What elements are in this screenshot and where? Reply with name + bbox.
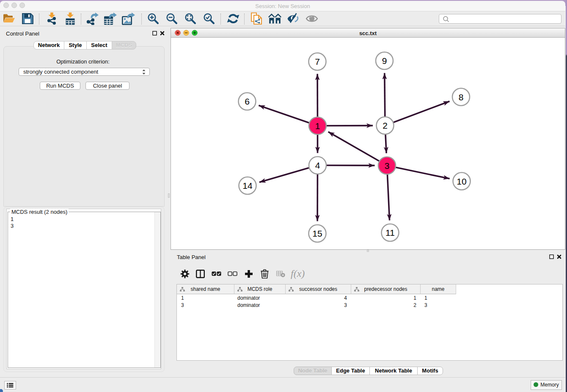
svg-text:14: 14 (242, 181, 253, 190)
svg-text:7: 7 (315, 57, 320, 66)
svg-text:10: 10 (457, 177, 466, 186)
svg-text:15: 15 (312, 229, 322, 238)
svg-text:8: 8 (459, 92, 464, 102)
svg-text:11: 11 (385, 228, 395, 237)
svg-text:6: 6 (245, 97, 250, 106)
svg-text:2: 2 (383, 121, 388, 130)
svg-text:3: 3 (385, 161, 390, 171)
svg-text:9: 9 (382, 56, 387, 66)
svg-text:1: 1 (315, 121, 320, 131)
svg-text:4: 4 (315, 160, 320, 170)
